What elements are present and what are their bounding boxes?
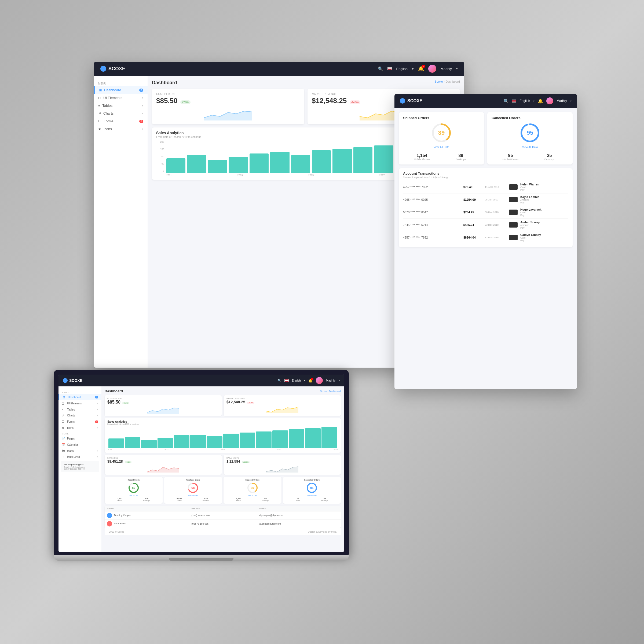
trans-4-card-icon [509,222,518,228]
revenue-badge: -24.5% [350,100,361,104]
right-header-actions: 🔍 English ▾ 🔔 Madhly ▾ [503,97,572,104]
cancelled-value: 95 [527,129,533,136]
laptop-expenses-chart [107,464,219,473]
shipped-title: Shipped Orders [403,116,480,120]
laptop-flag [284,379,289,382]
laptop-cost-badge: +7.5% [122,402,129,404]
trans-row-1: 4257 **** **** 7852 $79.49 11 April 2019… [403,181,568,193]
right-username: Madhly [557,99,567,103]
trans-2-card-icon [509,197,518,202]
laptop-sidebar-maps[interactable]: 🗺 Maps ▾ [58,448,101,454]
cancelled-desktop-stat: 25 Desktops [530,153,568,161]
right-bell[interactable]: 🔔 [538,98,543,104]
charts-icon: ↗ [98,111,101,115]
back-page-header: Dashboard Scoxe › Dashboard [152,80,460,86]
laptop-ui-icon: ◻ [62,402,65,405]
laptop-sidebar-icons[interactable]: ★ Icons ▾ [58,425,101,431]
laptop-expenses-val: $8,451.28 [107,459,123,463]
back-cost-card: COST PER UNIT $85.50 +7.5% [152,89,304,124]
laptop-shipped-stats: 1,154 Mobile 89 Desktops [226,497,279,502]
laptop-body: MENU ⊞ Dashboard 3 ◻ UI Elements ▾ [58,386,344,552]
laptop-bar-12 [289,429,304,448]
laptop-more-section: MORE [58,431,101,436]
laptop-base [54,555,349,561]
trans-1-card-num: 4257 **** **** 7852 [403,185,461,189]
back-sidebar-item-ui[interactable]: ◻ UI Elements ▾ [94,94,148,102]
bar-10 [353,147,372,173]
laptop-logo: SCOXE [63,378,82,383]
icons-menu-icon: ★ [98,127,101,131]
contact-1-avatar [107,513,112,518]
back-menu-label: MENU [94,80,148,86]
bar-11 [374,145,393,173]
laptop-search-icon[interactable]: 🔍 [277,379,281,382]
back-sidebar-item-tables[interactable]: ≡ Tables ▾ [94,102,148,109]
laptop-sidebar-calendar[interactable]: 📅 Calendar [58,442,101,448]
laptop-sidebar-multilevel[interactable]: ⋮ Multi Level ▾ [58,454,101,460]
laptop-multilevel-icon: ⋮ [62,455,65,459]
laptop-bar-14 [321,427,337,448]
laptop-header: SCOXE 🔍 English ▾ 🔔 1 Ma [58,375,344,386]
laptop-sidebar-forms[interactable]: ☐ Forms 8 [58,419,101,425]
laptop-bar-5 [174,435,189,448]
laptop-sidebar-charts[interactable]: ↗ Charts ▾ [58,412,101,419]
laptop-cost-chart [107,406,219,414]
laptop-language[interactable]: English [292,379,301,382]
back-sidebar-item-forms[interactable]: ☐ Forms 8 [94,117,148,125]
cancelled-title: Cancelled Orders [492,116,568,120]
laptop-analytics-sub: From date of 1st Jan 2019 to continue [107,423,338,425]
laptop-menu-section: MENU [58,390,101,394]
laptop-sidebar-pages[interactable]: 📄 Pages [58,436,101,442]
back-sidebar-item-dashboard[interactable]: ⊞ Dashboard 3 [94,86,148,94]
laptop-icons-menu-icon: ★ [62,426,65,430]
bar-9 [332,149,352,173]
laptop-revenue-chart [226,405,338,413]
notification-bell[interactable]: 🔔 1 [418,66,424,72]
back-sidebar-item-charts[interactable]: ↗ Charts ▾ [94,109,148,117]
laptop-sidebar-ui[interactable]: ◻ UI Elements ▾ [58,400,101,407]
laptop-charts-icon: ↗ [62,414,65,417]
search-icon[interactable]: 🔍 [378,66,383,71]
laptop-purchase-stats: 2,541 Mobile 874 Desktops [166,497,220,502]
trans-3-card-icon [509,210,518,215]
back-sidebar-item-icons[interactable]: ★ Icons ▾ [94,125,148,133]
laptop-bar-10 [256,431,272,448]
laptop-forms-icon: ☐ [62,420,65,423]
shipped-desktop-stat: 89 Desktops [442,153,480,161]
trans-3-amount: $784.25 [463,211,482,214]
bar-4 [229,157,248,173]
laptop-revenue-badge: -24.5% [247,402,254,404]
back-header-right: 🔍 English ▾ 🔔 1 Madhly ▾ [378,65,458,73]
trans-4-date: 03 Dec 2018 [485,224,506,226]
transactions-card: Account Transactions Transaction period … [399,168,573,247]
right-search-icon[interactable]: 🔍 [503,98,509,104]
laptop-bell[interactable]: 🔔 1 [308,379,313,383]
transactions-sub: Transaction period from 21 July to 25 Au… [403,176,568,179]
trans-2-card-num: 4265 **** **** 0025 [403,198,461,201]
shipped-link[interactable]: View All Data [403,146,480,149]
back-user-avatar [428,65,436,73]
laptop-cost-card: COST PER UNIT $85.50 +7.5% [105,395,222,416]
trans-4-amount: $485.24 [463,223,482,226]
laptop-maps-icon: 🗺 [62,449,65,452]
right-language[interactable]: English [519,99,530,103]
shipped-mobile-stat: 1,154 Mobile Phones [403,153,441,161]
laptop-analytics-card: Sales Analytics From date of 1st Jan 201… [105,418,341,453]
right-avatar [546,97,553,104]
laptop-sidebar-dashboard[interactable]: ⊞ Dashboard 3 [58,394,101,400]
right-panel-header: SCOXE 🔍 English ▾ 🔔 Madhly ▾ [394,94,577,108]
laptop-sidebar-tables[interactable]: ≡ Tables ▾ [58,407,101,412]
laptop-bar-chart [107,427,338,448]
laptop-circle-row: Recent Stock 80 View All Data [105,477,341,504]
laptop-cancelled-title: Cancelled Orders [285,479,339,481]
back-page-title: Dashboard [152,80,177,86]
trans-4-info: Amber Scurry Amount Pay [520,221,568,229]
laptop-cancelled-circle: 95 [306,482,318,494]
laptop-stock-stats: 7,541 Mobile 125 Desktops [107,497,160,502]
cancelled-link[interactable]: View All Data [492,146,568,149]
shipped-orders-card: Shipped Orders 39 View All Data 1,154 Mo… [399,112,484,164]
language-selector[interactable]: English [396,67,408,71]
trans-1-info: Helen Warren Card Pay [520,183,568,191]
laptop-cost-val: $85.50 [107,400,120,404]
trans-5-card-num: 4257 **** **** 7852 [403,236,461,239]
